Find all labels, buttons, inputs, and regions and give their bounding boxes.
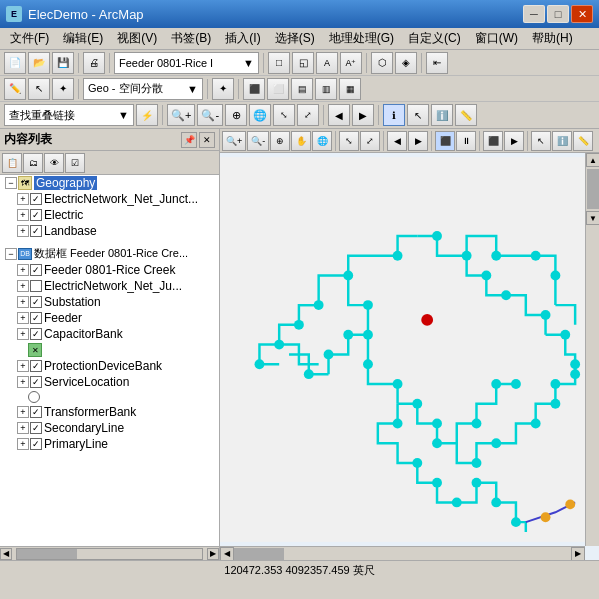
map-btn-11[interactable]: ⏸ — [456, 131, 476, 151]
expander-electric[interactable]: + — [17, 209, 29, 221]
tree-item-feeder-creek[interactable]: + ✓ Feeder 0801-Rice Creek — [0, 262, 219, 278]
list-by-vis-btn[interactable]: 👁 — [44, 153, 64, 173]
checkbox-transformerbank[interactable]: ✓ — [30, 406, 42, 418]
close-button[interactable]: ✕ — [571, 5, 593, 23]
checkbox-secondaryline[interactable]: ✓ — [30, 422, 42, 434]
search-dropdown[interactable]: 查找重叠链接 ▼ — [4, 104, 134, 126]
map-btn-3[interactable]: ⊕ — [270, 131, 290, 151]
menu-help[interactable]: 帮助(H) — [526, 28, 579, 49]
checkbox-primaryline[interactable]: ✓ — [30, 438, 42, 450]
menu-window[interactable]: 窗口(W) — [469, 28, 524, 49]
panel-h-scrollbar[interactable]: ◀ ▶ — [0, 546, 219, 560]
map-btn-5[interactable]: 🌐 — [312, 131, 332, 151]
checkbox-substation[interactable]: ✓ — [30, 296, 42, 308]
search-go-btn[interactable]: ⚡ — [136, 104, 158, 126]
geo-btn-5[interactable]: ▥ — [315, 78, 337, 100]
scroll-left-btn[interactable]: ◀ — [0, 548, 12, 560]
feeder-dropdown[interactable]: Feeder 0801-Rice I ▼ — [114, 52, 259, 74]
tree-group-geography[interactable]: − 🗺 Geography — [0, 175, 219, 191]
map-btn-4[interactable]: ✋ — [291, 131, 311, 151]
maximize-button[interactable]: □ — [547, 5, 569, 23]
scroll-right-btn[interactable]: ▶ — [207, 548, 219, 560]
tb-btn-6[interactable]: ◈ — [395, 52, 417, 74]
measure-btn[interactable]: 📏 — [455, 104, 477, 126]
map-scroll-up-btn[interactable]: ▲ — [586, 153, 599, 167]
zoom-in-btn[interactable]: 🔍+ — [167, 104, 195, 126]
map-h-scroll-thumb[interactable] — [234, 548, 284, 560]
tree-item-transformerbank[interactable]: + ✓ TransformerBank — [0, 404, 219, 420]
zoom-out-btn[interactable]: 🔍- — [197, 104, 223, 126]
tb-btn-4[interactable]: A⁺ — [340, 52, 362, 74]
zoom-full-btn[interactable]: ⊕ — [225, 104, 247, 126]
tree-item-protectiondevice[interactable]: + ✓ ProtectionDeviceBank — [0, 358, 219, 374]
menu-customize[interactable]: 自定义(C) — [402, 28, 467, 49]
expander-geography[interactable]: − — [5, 177, 17, 189]
edit-tool-3[interactable]: ✦ — [52, 78, 74, 100]
panel-close-icon[interactable]: ✕ — [199, 132, 215, 148]
expander-feeder-layer[interactable]: + — [17, 312, 29, 324]
list-by-sel-btn[interactable]: ☑ — [65, 153, 85, 173]
tree-item-secondaryline[interactable]: + ✓ SecondaryLine — [0, 420, 219, 436]
tb-btn-3[interactable]: A — [316, 52, 338, 74]
menu-edit[interactable]: 编辑(E) — [57, 28, 109, 49]
map-bottom-scrollbar[interactable]: ◀ ▶ — [220, 546, 585, 560]
expander-feeder-group[interactable]: − — [5, 248, 17, 260]
tb-btn-1[interactable]: □ — [268, 52, 290, 74]
tree-item-landbase[interactable]: + ✓ Landbase — [0, 223, 219, 239]
map-area[interactable]: 🔍+ 🔍- ⊕ ✋ 🌐 ⤡ ⤢ ◀ ▶ ⬛ ⏸ ⬛ ▶ ↖ ℹ️ 📏 — [220, 129, 599, 560]
map-right-scrollbar[interactable]: ▲ ▼ — [585, 153, 599, 546]
checkbox-servicelocation[interactable]: ✓ — [30, 376, 42, 388]
globe-btn[interactable]: 🌐 — [249, 104, 271, 126]
menu-insert[interactable]: 插入(I) — [219, 28, 266, 49]
geo-btn-2[interactable]: ⬛ — [243, 78, 265, 100]
geo-btn-3[interactable]: ⬜ — [267, 78, 289, 100]
minimize-button[interactable]: ─ — [523, 5, 545, 23]
map-btn-2[interactable]: 🔍- — [247, 131, 269, 151]
map-scroll-down-btn[interactable]: ▼ — [586, 211, 599, 225]
map-btn-13[interactable]: ▶ — [504, 131, 524, 151]
menu-file[interactable]: 文件(F) — [4, 28, 55, 49]
geo-btn-4[interactable]: ▤ — [291, 78, 313, 100]
map-scroll-right-btn[interactable]: ▶ — [571, 547, 585, 561]
map-btn-8[interactable]: ◀ — [387, 131, 407, 151]
panel-pin-icon[interactable]: 📌 — [181, 132, 197, 148]
tree-item-capacitorbank[interactable]: + ✓ CapacitorBank — [0, 326, 219, 342]
menu-geoprocessing[interactable]: 地理处理(G) — [323, 28, 400, 49]
print-button[interactable]: 🖨 — [83, 52, 105, 74]
map-scroll-left-btn[interactable]: ◀ — [220, 547, 234, 561]
map-btn-6[interactable]: ⤡ — [339, 131, 359, 151]
tree-item-electricnet2[interactable]: + ElectricNetwork_Net_Ju... — [0, 278, 219, 294]
extent-btn-1[interactable]: ⤡ — [273, 104, 295, 126]
map-btn-16[interactable]: 📏 — [573, 131, 593, 151]
tree-item-primaryline[interactable]: + ✓ PrimaryLine — [0, 436, 219, 452]
scroll-track[interactable] — [16, 548, 203, 560]
tb-btn-7[interactable]: ⇤ — [426, 52, 448, 74]
new-button[interactable]: 📄 — [4, 52, 26, 74]
expander-landbase[interactable]: + — [17, 225, 29, 237]
extent-btn-2[interactable]: ⤢ — [297, 104, 319, 126]
expander-primaryline[interactable]: + — [17, 438, 29, 450]
info-btn[interactable]: ℹ️ — [431, 104, 453, 126]
tb-btn-2[interactable]: ◱ — [292, 52, 314, 74]
map-scroll-thumb[interactable] — [587, 169, 599, 209]
list-by-draw-btn[interactable]: 📋 — [2, 153, 22, 173]
expander-capacitorbank[interactable]: + — [17, 328, 29, 340]
map-btn-15[interactable]: ℹ️ — [552, 131, 572, 151]
select-btn[interactable]: ↖ — [407, 104, 429, 126]
list-by-source-btn[interactable]: 🗂 — [23, 153, 43, 173]
map-btn-7[interactable]: ⤢ — [360, 131, 380, 151]
expander-transformerbank[interactable]: + — [17, 406, 29, 418]
edit-tool-2[interactable]: ↖ — [28, 78, 50, 100]
expander-servicelocation[interactable]: + — [17, 376, 29, 388]
menu-select[interactable]: 选择(S) — [269, 28, 321, 49]
tree-item-servicelocation[interactable]: + ✓ ServiceLocation — [0, 374, 219, 390]
tree-item-substation[interactable]: + ✓ Substation — [0, 294, 219, 310]
identify-btn[interactable]: ℹ — [383, 104, 405, 126]
scroll-thumb[interactable] — [17, 549, 77, 559]
map-scroll-track[interactable] — [586, 169, 599, 209]
map-btn-9[interactable]: ▶ — [408, 131, 428, 151]
panel-content[interactable]: − 🗺 Geography + ✓ ElectricNetwork_Net_Ju… — [0, 175, 219, 546]
expander-protectiondevice[interactable]: + — [17, 360, 29, 372]
checkbox-feeder-layer[interactable]: ✓ — [30, 312, 42, 324]
geo-btn-1[interactable]: ✦ — [212, 78, 234, 100]
